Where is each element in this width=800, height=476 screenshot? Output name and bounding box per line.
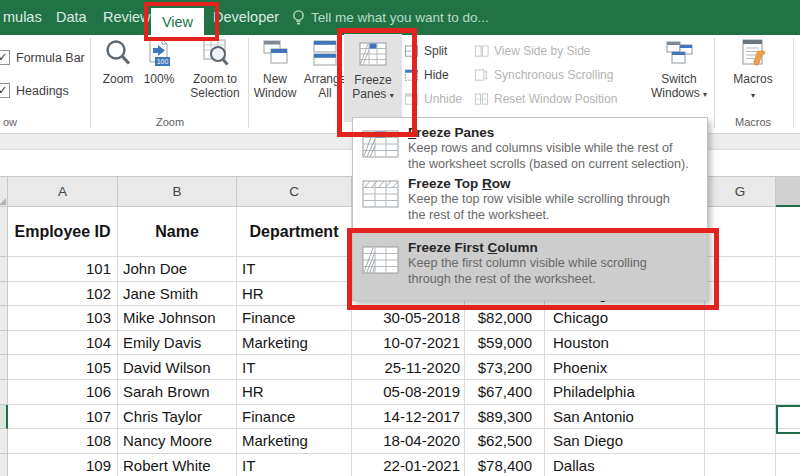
cell[interactable]: $82,000	[465, 306, 545, 331]
cell[interactable]: Houston	[545, 331, 705, 356]
row-header[interactable]	[0, 380, 8, 405]
cell[interactable]: Sarah Brown	[118, 380, 237, 405]
cell[interactable]: 103	[8, 306, 118, 331]
cell[interactable]: $59,000	[465, 331, 545, 356]
tab-data[interactable]: Data	[56, 9, 87, 25]
row-header[interactable]	[0, 207, 8, 257]
tab-formulas[interactable]: mulas	[3, 9, 42, 25]
cell[interactable]: Chris Taylor	[118, 405, 237, 430]
arrange-all-button[interactable]: Arrange All	[300, 36, 350, 100]
cell[interactable]: Chicago	[545, 306, 705, 331]
switch-windows-button[interactable]: Switch Windows ▾	[644, 36, 714, 102]
cell[interactable]: $67,400	[465, 380, 545, 405]
cell[interactable]: HR	[237, 282, 352, 307]
tab-developer[interactable]: Developer	[213, 9, 279, 25]
cell[interactable]: 101	[8, 257, 118, 282]
zoom-to-selection-button[interactable]: Zoom to Selection	[180, 36, 250, 100]
selected-cell[interactable]	[776, 405, 800, 434]
cell[interactable]	[776, 380, 800, 405]
menu-item-freeze-top-row[interactable]: Freeze Top Row	[408, 176, 511, 191]
cell[interactable]	[776, 282, 800, 307]
column-header[interactable]: A	[8, 177, 118, 207]
cell[interactable]: Emily Davis	[118, 331, 237, 356]
column-header[interactable]: C	[237, 177, 352, 207]
cell[interactable]: 104	[8, 331, 118, 356]
tell-me-box[interactable]: Tell me what you want to do...	[311, 10, 489, 25]
cell[interactable]: Robert White	[118, 454, 237, 476]
cell[interactable]: San Diego	[545, 429, 705, 454]
cell[interactable]: 18-04-2020	[352, 429, 465, 454]
cell[interactable]: Finance	[237, 405, 352, 430]
cell[interactable]: 30-05-2018	[352, 306, 465, 331]
freeze-panes-button[interactable]: Freeze Panes ▾	[344, 34, 402, 122]
zoom-button[interactable]: Zoom	[96, 36, 140, 86]
cell[interactable]: $73,200	[465, 355, 545, 380]
cell[interactable]: 107	[8, 405, 118, 430]
formula-bar-checkbox-row[interactable]: ✓ Formula Bar	[0, 50, 85, 65]
cell[interactable]: Dallas	[545, 454, 705, 476]
header-cell[interactable]	[776, 207, 800, 257]
split-button[interactable]: Split	[404, 42, 447, 60]
header-cell[interactable]: Employee ID	[8, 207, 118, 257]
menu-item-freeze-first-column[interactable]: Freeze First Column	[408, 240, 538, 255]
checkbox-checked-icon[interactable]: ✓	[0, 83, 10, 98]
cell[interactable]: 14-12-2017	[352, 405, 465, 430]
row-header[interactable]	[0, 306, 8, 331]
cell[interactable]: John Doe	[118, 257, 237, 282]
column-header[interactable]	[776, 177, 800, 207]
column-header[interactable]: G	[705, 177, 776, 207]
row-header[interactable]	[0, 355, 8, 380]
cell[interactable]: San Antonio	[545, 405, 705, 430]
cell[interactable]	[776, 306, 800, 331]
cell[interactable]: Finance	[237, 306, 352, 331]
cell[interactable]	[705, 331, 776, 356]
cell[interactable]	[776, 257, 800, 282]
header-cell[interactable]: Department	[237, 207, 352, 257]
header-cell[interactable]: Name	[118, 207, 237, 257]
cell[interactable]	[776, 355, 800, 380]
hide-button[interactable]: Hide	[404, 66, 449, 84]
menu-item-freeze-panes[interactable]: Freeze Panes	[408, 125, 494, 140]
row-header[interactable]	[0, 429, 8, 454]
tab-view[interactable]: View	[151, 8, 204, 35]
cell[interactable]: 106	[8, 380, 118, 405]
cell[interactable]: 109	[8, 454, 118, 476]
cell[interactable]	[705, 355, 776, 380]
cell[interactable]	[705, 380, 776, 405]
cell[interactable]: IT	[237, 454, 352, 476]
cell[interactable]: HR	[237, 380, 352, 405]
new-window-button[interactable]: New Window	[250, 36, 300, 100]
row-header[interactable]	[0, 282, 8, 307]
checkbox-checked-icon[interactable]: ✓	[0, 50, 10, 65]
headings-checkbox-row[interactable]: ✓ Headings	[0, 83, 69, 98]
cell[interactable]	[776, 454, 800, 476]
cell[interactable]: $78,400	[465, 454, 545, 476]
cell[interactable]	[705, 257, 776, 282]
cell[interactable]: Nancy Moore	[118, 429, 237, 454]
cell[interactable]: Marketing	[237, 429, 352, 454]
cell[interactable]: IT	[237, 257, 352, 282]
cell[interactable]	[705, 454, 776, 476]
cell[interactable]: David Wilson	[118, 355, 237, 380]
tab-review[interactable]: Review	[103, 9, 151, 25]
cell[interactable]	[705, 282, 776, 307]
cell[interactable]: $62,500	[465, 429, 545, 454]
cell[interactable]	[776, 331, 800, 356]
macros-button[interactable]: Macros ▾	[718, 36, 788, 103]
column-header[interactable]: B	[118, 177, 237, 207]
zoom-100-button[interactable]: 100 100%	[140, 36, 178, 86]
cell[interactable]: IT	[237, 355, 352, 380]
row-header[interactable]	[0, 257, 8, 282]
cell[interactable]: Mike Johnson	[118, 306, 237, 331]
cell[interactable]: 102	[8, 282, 118, 307]
row-header[interactable]	[0, 405, 8, 430]
cell[interactable]: 105	[8, 355, 118, 380]
row-header[interactable]	[0, 331, 8, 356]
row-header[interactable]	[0, 454, 8, 476]
select-all-corner[interactable]	[0, 177, 8, 207]
cell[interactable]: $89,300	[465, 405, 545, 430]
cell[interactable]: 22-01-2021	[352, 454, 465, 476]
header-cell[interactable]	[705, 207, 776, 257]
cell[interactable]	[705, 429, 776, 454]
cell[interactable]: Marketing	[237, 331, 352, 356]
